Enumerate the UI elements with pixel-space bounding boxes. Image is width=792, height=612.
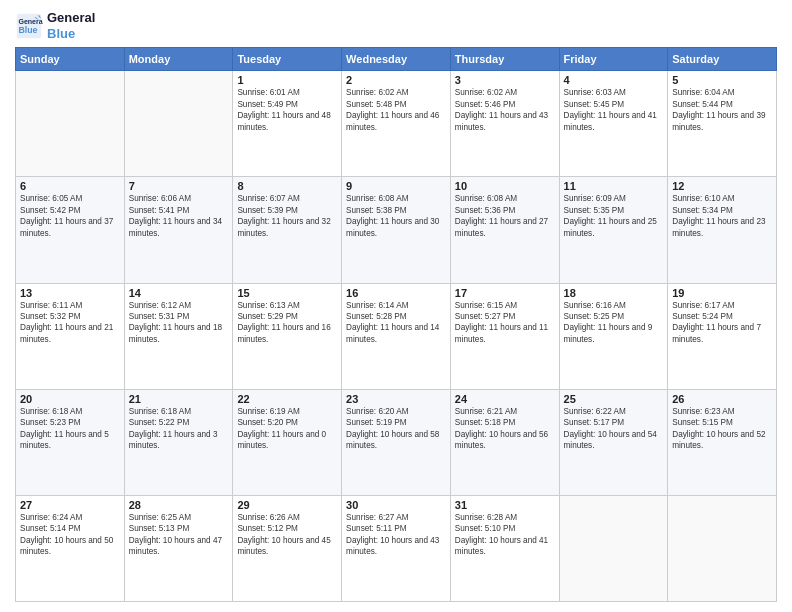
calendar-week-row: 13Sunrise: 6:11 AM Sunset: 5:32 PM Dayli…: [16, 283, 777, 389]
day-info: Sunrise: 6:18 AM Sunset: 5:23 PM Dayligh…: [20, 406, 120, 452]
day-number: 22: [237, 393, 337, 405]
weekday-header-sunday: Sunday: [16, 48, 125, 71]
weekday-header-thursday: Thursday: [450, 48, 559, 71]
calendar-cell: 11Sunrise: 6:09 AM Sunset: 5:35 PM Dayli…: [559, 177, 668, 283]
day-info: Sunrise: 6:22 AM Sunset: 5:17 PM Dayligh…: [564, 406, 664, 452]
weekday-header-tuesday: Tuesday: [233, 48, 342, 71]
day-number: 16: [346, 287, 446, 299]
day-info: Sunrise: 6:17 AM Sunset: 5:24 PM Dayligh…: [672, 300, 772, 346]
calendar-cell: 12Sunrise: 6:10 AM Sunset: 5:34 PM Dayli…: [668, 177, 777, 283]
day-info: Sunrise: 6:12 AM Sunset: 5:31 PM Dayligh…: [129, 300, 229, 346]
logo: General Blue General Blue: [15, 10, 95, 41]
calendar-cell: 22Sunrise: 6:19 AM Sunset: 5:20 PM Dayli…: [233, 389, 342, 495]
weekday-header-row: SundayMondayTuesdayWednesdayThursdayFrid…: [16, 48, 777, 71]
day-number: 29: [237, 499, 337, 511]
calendar-cell: 5Sunrise: 6:04 AM Sunset: 5:44 PM Daylig…: [668, 71, 777, 177]
weekday-header-saturday: Saturday: [668, 48, 777, 71]
calendar-cell: 15Sunrise: 6:13 AM Sunset: 5:29 PM Dayli…: [233, 283, 342, 389]
day-info: Sunrise: 6:01 AM Sunset: 5:49 PM Dayligh…: [237, 87, 337, 133]
calendar-cell: 21Sunrise: 6:18 AM Sunset: 5:22 PM Dayli…: [124, 389, 233, 495]
day-number: 1: [237, 74, 337, 86]
day-info: Sunrise: 6:08 AM Sunset: 5:36 PM Dayligh…: [455, 193, 555, 239]
day-info: Sunrise: 6:25 AM Sunset: 5:13 PM Dayligh…: [129, 512, 229, 558]
day-info: Sunrise: 6:28 AM Sunset: 5:10 PM Dayligh…: [455, 512, 555, 558]
day-number: 19: [672, 287, 772, 299]
calendar-cell: [668, 495, 777, 601]
calendar-week-row: 1Sunrise: 6:01 AM Sunset: 5:49 PM Daylig…: [16, 71, 777, 177]
day-info: Sunrise: 6:13 AM Sunset: 5:29 PM Dayligh…: [237, 300, 337, 346]
day-number: 13: [20, 287, 120, 299]
calendar-cell: 18Sunrise: 6:16 AM Sunset: 5:25 PM Dayli…: [559, 283, 668, 389]
day-info: Sunrise: 6:08 AM Sunset: 5:38 PM Dayligh…: [346, 193, 446, 239]
day-info: Sunrise: 6:02 AM Sunset: 5:48 PM Dayligh…: [346, 87, 446, 133]
day-number: 14: [129, 287, 229, 299]
day-number: 31: [455, 499, 555, 511]
calendar-cell: 30Sunrise: 6:27 AM Sunset: 5:11 PM Dayli…: [342, 495, 451, 601]
calendar-cell: 8Sunrise: 6:07 AM Sunset: 5:39 PM Daylig…: [233, 177, 342, 283]
day-number: 20: [20, 393, 120, 405]
day-number: 6: [20, 180, 120, 192]
day-info: Sunrise: 6:26 AM Sunset: 5:12 PM Dayligh…: [237, 512, 337, 558]
day-info: Sunrise: 6:09 AM Sunset: 5:35 PM Dayligh…: [564, 193, 664, 239]
calendar-cell: 17Sunrise: 6:15 AM Sunset: 5:27 PM Dayli…: [450, 283, 559, 389]
calendar-cell: 1Sunrise: 6:01 AM Sunset: 5:49 PM Daylig…: [233, 71, 342, 177]
day-info: Sunrise: 6:04 AM Sunset: 5:44 PM Dayligh…: [672, 87, 772, 133]
day-info: Sunrise: 6:18 AM Sunset: 5:22 PM Dayligh…: [129, 406, 229, 452]
calendar-cell: 29Sunrise: 6:26 AM Sunset: 5:12 PM Dayli…: [233, 495, 342, 601]
day-number: 23: [346, 393, 446, 405]
day-number: 18: [564, 287, 664, 299]
day-number: 28: [129, 499, 229, 511]
svg-text:Blue: Blue: [19, 25, 38, 35]
day-info: Sunrise: 6:27 AM Sunset: 5:11 PM Dayligh…: [346, 512, 446, 558]
calendar-cell: 3Sunrise: 6:02 AM Sunset: 5:46 PM Daylig…: [450, 71, 559, 177]
calendar-cell: 27Sunrise: 6:24 AM Sunset: 5:14 PM Dayli…: [16, 495, 125, 601]
day-number: 27: [20, 499, 120, 511]
calendar-cell: 10Sunrise: 6:08 AM Sunset: 5:36 PM Dayli…: [450, 177, 559, 283]
calendar-cell: 4Sunrise: 6:03 AM Sunset: 5:45 PM Daylig…: [559, 71, 668, 177]
weekday-header-friday: Friday: [559, 48, 668, 71]
calendar-cell: 19Sunrise: 6:17 AM Sunset: 5:24 PM Dayli…: [668, 283, 777, 389]
day-number: 2: [346, 74, 446, 86]
calendar-table: SundayMondayTuesdayWednesdayThursdayFrid…: [15, 47, 777, 602]
day-number: 30: [346, 499, 446, 511]
day-number: 25: [564, 393, 664, 405]
header: General Blue General Blue: [15, 10, 777, 41]
calendar-cell: 31Sunrise: 6:28 AM Sunset: 5:10 PM Dayli…: [450, 495, 559, 601]
day-info: Sunrise: 6:24 AM Sunset: 5:14 PM Dayligh…: [20, 512, 120, 558]
day-info: Sunrise: 6:02 AM Sunset: 5:46 PM Dayligh…: [455, 87, 555, 133]
day-info: Sunrise: 6:19 AM Sunset: 5:20 PM Dayligh…: [237, 406, 337, 452]
day-info: Sunrise: 6:11 AM Sunset: 5:32 PM Dayligh…: [20, 300, 120, 346]
day-info: Sunrise: 6:06 AM Sunset: 5:41 PM Dayligh…: [129, 193, 229, 239]
day-number: 15: [237, 287, 337, 299]
calendar-cell: [559, 495, 668, 601]
calendar-cell: [124, 71, 233, 177]
logo-text: General Blue: [47, 10, 95, 41]
calendar-cell: 9Sunrise: 6:08 AM Sunset: 5:38 PM Daylig…: [342, 177, 451, 283]
calendar-cell: 24Sunrise: 6:21 AM Sunset: 5:18 PM Dayli…: [450, 389, 559, 495]
day-info: Sunrise: 6:05 AM Sunset: 5:42 PM Dayligh…: [20, 193, 120, 239]
calendar-week-row: 27Sunrise: 6:24 AM Sunset: 5:14 PM Dayli…: [16, 495, 777, 601]
day-info: Sunrise: 6:03 AM Sunset: 5:45 PM Dayligh…: [564, 87, 664, 133]
day-info: Sunrise: 6:15 AM Sunset: 5:27 PM Dayligh…: [455, 300, 555, 346]
day-number: 8: [237, 180, 337, 192]
logo-icon: General Blue: [15, 12, 43, 40]
day-number: 9: [346, 180, 446, 192]
day-number: 17: [455, 287, 555, 299]
day-info: Sunrise: 6:14 AM Sunset: 5:28 PM Dayligh…: [346, 300, 446, 346]
calendar-cell: 13Sunrise: 6:11 AM Sunset: 5:32 PM Dayli…: [16, 283, 125, 389]
calendar-week-row: 20Sunrise: 6:18 AM Sunset: 5:23 PM Dayli…: [16, 389, 777, 495]
weekday-header-monday: Monday: [124, 48, 233, 71]
day-number: 12: [672, 180, 772, 192]
day-number: 7: [129, 180, 229, 192]
day-info: Sunrise: 6:21 AM Sunset: 5:18 PM Dayligh…: [455, 406, 555, 452]
day-info: Sunrise: 6:20 AM Sunset: 5:19 PM Dayligh…: [346, 406, 446, 452]
day-number: 3: [455, 74, 555, 86]
calendar-cell: 20Sunrise: 6:18 AM Sunset: 5:23 PM Dayli…: [16, 389, 125, 495]
day-info: Sunrise: 6:07 AM Sunset: 5:39 PM Dayligh…: [237, 193, 337, 239]
day-number: 11: [564, 180, 664, 192]
calendar-week-row: 6Sunrise: 6:05 AM Sunset: 5:42 PM Daylig…: [16, 177, 777, 283]
weekday-header-wednesday: Wednesday: [342, 48, 451, 71]
day-info: Sunrise: 6:10 AM Sunset: 5:34 PM Dayligh…: [672, 193, 772, 239]
calendar-cell: 26Sunrise: 6:23 AM Sunset: 5:15 PM Dayli…: [668, 389, 777, 495]
calendar-cell: [16, 71, 125, 177]
